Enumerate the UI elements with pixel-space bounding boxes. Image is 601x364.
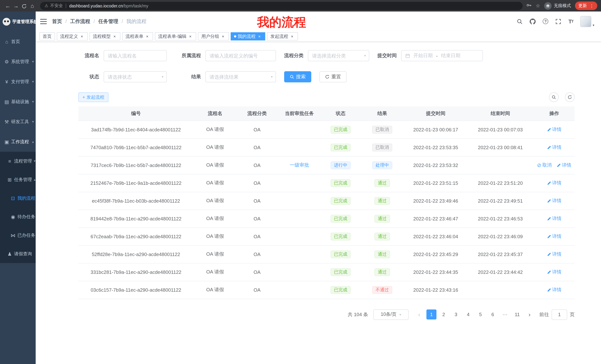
page-size-select[interactable]: 10条/页 ▾ <box>373 309 409 320</box>
sidebar-item-leave-query[interactable]: ♟ 请假查询 <box>0 245 36 263</box>
breadcrumb-home[interactable]: 首页 <box>52 18 62 25</box>
process-definition-input[interactable] <box>205 50 276 61</box>
cancel-link[interactable]: 取消 <box>537 162 551 168</box>
refresh-table-button[interactable] <box>565 92 575 102</box>
tab-process-model[interactable]: 流程模型× <box>90 32 120 40</box>
search-button[interactable]: 搜索 <box>284 71 311 82</box>
tab-process-form[interactable]: 流程表单× <box>122 32 153 40</box>
reload-icon[interactable] <box>20 3 28 9</box>
font-size-icon[interactable]: TT <box>568 18 573 25</box>
close-icon[interactable]: × <box>188 34 193 38</box>
detail-link[interactable]: 详情 <box>547 269 561 275</box>
tab-start-process[interactable]: 发起流程× <box>267 32 298 40</box>
close-icon[interactable]: × <box>257 34 262 38</box>
detail-link[interactable]: 详情 <box>547 126 561 133</box>
sidebar-item-workflow[interactable]: ▣ 工作流程 ▴ <box>0 132 36 152</box>
detail-link[interactable]: 详情 <box>557 162 571 168</box>
cell-end-time <box>467 281 534 299</box>
home-icon[interactable]: ⌂ <box>28 3 36 9</box>
tab-user-group[interactable]: 用户分组× <box>198 32 229 40</box>
github-icon[interactable] <box>530 18 536 24</box>
search-icon[interactable] <box>517 18 523 24</box>
user-menu[interactable]: ▾ <box>580 16 594 27</box>
bookmark-star-icon[interactable]: ☆ <box>536 3 540 9</box>
cell-name: OA 请假 <box>193 263 237 281</box>
category-select[interactable] <box>308 50 369 61</box>
detail-link[interactable]: 详情 <box>547 251 561 257</box>
goto-page-input[interactable] <box>551 309 567 320</box>
status-badge: 已完成 <box>331 250 351 258</box>
url-domain: dashboard.yudao.iocoder.cn <box>69 3 123 8</box>
sidebar-item-process-management[interactable]: ≡ 流程管理 ▾ <box>0 152 36 170</box>
tab-home[interactable]: 首页 <box>39 32 55 40</box>
page-button-2[interactable]: 2 <box>439 309 449 319</box>
fullscreen-icon[interactable] <box>555 18 561 24</box>
close-icon[interactable]: × <box>80 34 84 38</box>
sidebar-item-task-management[interactable]: ⊞ 任务管理 ▴ <box>0 170 36 189</box>
sidebar-item-home[interactable]: ⌂ 首页 <box>0 31 36 52</box>
password-key-icon[interactable] <box>527 3 532 9</box>
chrome-update-button[interactable]: 更新 ⋮ <box>575 1 597 10</box>
pagination: 共 104 条 10条/页 ▾ ‹ 1 2 3 4 5 6 ··· 11 › <box>78 309 575 320</box>
date-range-picker[interactable]: 开始日期 - 结束日期 <box>401 50 483 61</box>
cell-current-task <box>278 263 321 281</box>
edit-icon <box>547 252 551 256</box>
sidebar-item-my-process[interactable]: ⊡ 我的流程 <box>0 189 36 207</box>
close-icon[interactable]: × <box>221 34 225 38</box>
tab-process-form-edit[interactable]: 流程表单-编辑× <box>155 32 196 40</box>
chevron-up-icon: ▴ <box>32 140 34 144</box>
page-button-3[interactable]: 3 <box>451 309 461 319</box>
page-button-1[interactable]: 1 <box>426 309 436 319</box>
tab-process-definition[interactable]: 流程定义× <box>57 32 88 40</box>
breadcrumb-task-management[interactable]: 任务管理 <box>98 18 118 25</box>
close-icon[interactable]: × <box>290 34 295 38</box>
toggle-search-button[interactable] <box>549 92 559 102</box>
cell-current-task <box>278 228 321 245</box>
close-icon[interactable]: × <box>112 34 117 38</box>
detail-link[interactable]: 详情 <box>547 287 561 293</box>
status-select[interactable] <box>104 71 167 82</box>
goto-suffix: 页 <box>570 311 575 318</box>
current-task-link[interactable]: 一级审批 <box>290 162 309 168</box>
table-row: 7317cec6-7b9b-11ec-b5b7-acde48001122 OA … <box>78 156 575 174</box>
back-icon[interactable]: ← <box>4 3 12 9</box>
page-button-11[interactable]: 11 <box>512 309 522 319</box>
tab-my-process[interactable]: 我的流程× <box>231 32 265 40</box>
sidebar-item-payment[interactable]: ¥ 支付管理 ▾ <box>0 72 36 92</box>
browser-menu-icon[interactable]: ⋮ <box>590 3 594 8</box>
detail-link[interactable]: 详情 <box>547 198 561 204</box>
sidebar-item-todo-tasks[interactable]: ◉ 待办任务 <box>0 207 36 226</box>
sidebar-item-dev-tools[interactable]: ⚒ 研发工具 ▾ <box>0 112 36 132</box>
sidebar-item-system[interactable]: ⚙ 系统管理 ▾ <box>0 52 36 72</box>
next-page-button[interactable]: › <box>524 309 534 319</box>
sidebar-item-infrastructure[interactable]: ▤ 基础设施 ▾ <box>0 92 36 112</box>
process-name-input[interactable] <box>104 50 167 61</box>
hamburger-icon[interactable] <box>40 19 47 24</box>
cell-end-time <box>467 156 534 174</box>
detail-link[interactable]: 详情 <box>547 215 561 222</box>
detail-link[interactable]: 详情 <box>547 233 561 239</box>
address-bar[interactable]: ⚠ 不安全 dashboard.yudao.iocoder.cn /bpm/ta… <box>40 2 523 10</box>
page-button-6[interactable]: 6 <box>488 309 498 319</box>
cell-name: OA 请假 <box>193 156 237 174</box>
detail-link[interactable]: 详情 <box>547 144 561 151</box>
prev-page-button[interactable]: ‹ <box>414 309 424 319</box>
start-process-button[interactable]: + 发起流程 <box>78 92 109 102</box>
breadcrumb-workflow[interactable]: 工作流程 <box>70 18 90 25</box>
more-pages-button[interactable]: ··· <box>500 309 510 319</box>
result-badge: 通过 <box>374 179 390 187</box>
help-icon[interactable]: ? <box>543 19 548 24</box>
page-button-5[interactable]: 5 <box>475 309 485 319</box>
tab-label: 流程定义 <box>60 33 78 39</box>
sidebar-item-label: 任务管理 <box>14 176 32 183</box>
page-button-4[interactable]: 4 <box>463 309 473 319</box>
reset-button[interactable]: 重置 <box>320 71 347 82</box>
col-header-result: 结果 <box>360 106 404 121</box>
close-icon[interactable]: × <box>145 34 150 38</box>
detail-link[interactable]: 详情 <box>547 180 561 186</box>
result-select[interactable] <box>205 71 276 82</box>
sidebar-item-done-tasks[interactable]: ⋈ 已办任务 <box>0 226 36 245</box>
result-badge: 不通过 <box>372 286 392 294</box>
forward-icon[interactable]: → <box>12 3 20 9</box>
app-logo[interactable]: 芋道管理系统 <box>0 11 36 31</box>
